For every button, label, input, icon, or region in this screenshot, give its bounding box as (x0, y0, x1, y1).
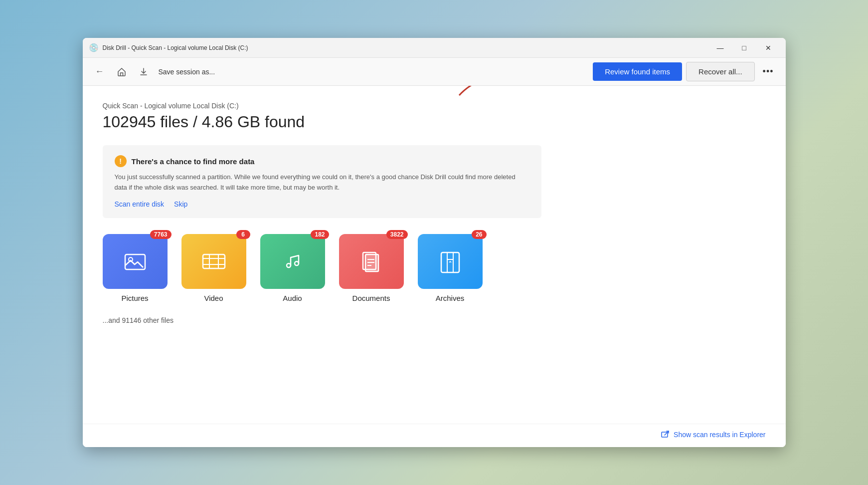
save-session-label: Save session as... (159, 68, 587, 76)
audio-icon-wrap: 182 (260, 234, 325, 289)
other-files-text: ...and 91146 other files (103, 316, 766, 324)
scan-title: 102945 files / 4.86 GB found (103, 113, 766, 131)
scan-entire-disk-link[interactable]: Scan entire disk (115, 200, 165, 208)
documents-badge: 3822 (386, 230, 408, 239)
pictures-icon (103, 234, 168, 289)
notice-box: ! There's a chance to find more data You… (103, 145, 541, 218)
pictures-icon-wrap: 7763 (103, 234, 168, 289)
show-explorer-label: Show scan results in Explorer (674, 431, 765, 439)
category-pictures[interactable]: 7763 Pictures (103, 234, 168, 302)
scan-subtitle: Quick Scan - Logical volume Local Disk (… (103, 102, 766, 110)
recover-all-button[interactable]: Recover all... (686, 62, 755, 81)
app-icon: 💿 (89, 43, 99, 53)
notice-links: Scan entire disk Skip (115, 200, 529, 208)
archives-badge: 26 (472, 230, 486, 239)
archives-label: Archives (436, 294, 465, 302)
documents-label: Documents (352, 294, 390, 302)
documents-icon-wrap: 3822 (339, 234, 404, 289)
archives-icon-wrap: 26 (418, 234, 483, 289)
category-documents[interactable]: 3822 Documents (339, 234, 404, 302)
show-explorer-link[interactable]: Show scan results in Explorer (661, 430, 765, 439)
svg-rect-3 (203, 254, 225, 268)
main-content: Quick Scan - Logical volume Local Disk (… (83, 86, 786, 424)
pictures-label: Pictures (121, 294, 148, 302)
video-icon (181, 234, 246, 289)
file-categories: 7763 Pictures 6 (103, 234, 766, 302)
maximize-button[interactable]: □ (733, 40, 756, 56)
category-audio[interactable]: 182 Audio (260, 234, 325, 302)
svg-point-9 (295, 261, 299, 265)
notice-header: ! There's a chance to find more data (115, 155, 529, 167)
skip-link[interactable]: Skip (174, 200, 187, 208)
warning-icon: ! (115, 155, 127, 167)
video-badge: 6 (236, 230, 250, 239)
category-video[interactable]: 6 Video (181, 234, 246, 302)
window-controls: — □ ✕ (709, 40, 780, 56)
window-title: Disk Drill - Quick Scan - Logical volume… (103, 44, 709, 51)
home-button[interactable] (113, 63, 131, 81)
svg-rect-15 (441, 252, 459, 272)
minimize-button[interactable]: — (709, 40, 732, 56)
notice-body: You just successfully scanned a partitio… (115, 172, 529, 193)
archives-icon (418, 234, 483, 289)
close-button[interactable]: ✕ (757, 40, 780, 56)
svg-point-8 (287, 263, 291, 267)
category-archives[interactable]: 26 Archives (418, 234, 483, 302)
explorer-icon (661, 430, 670, 439)
documents-icon (339, 234, 404, 289)
app-window: 💿 Disk Drill - Quick Scan - Logical volu… (83, 38, 786, 447)
notice-title: There's a chance to find more data (132, 157, 255, 166)
toolbar: ← Save session as... Review found items … (83, 58, 786, 86)
review-found-items-button[interactable]: Review found items (593, 62, 682, 81)
back-button[interactable]: ← (91, 63, 109, 81)
download-button[interactable] (135, 63, 153, 81)
video-label: Video (204, 294, 223, 302)
pictures-badge: 7763 (150, 230, 172, 239)
audio-badge: 182 (311, 230, 329, 239)
video-icon-wrap: 6 (181, 234, 246, 289)
audio-icon (260, 234, 325, 289)
toolbar-actions: Review found items Recover all... ••• (593, 62, 777, 81)
title-bar: 💿 Disk Drill - Quick Scan - Logical volu… (83, 38, 786, 58)
more-options-button[interactable]: ••• (759, 62, 778, 81)
nav-buttons: ← (91, 63, 153, 81)
audio-label: Audio (283, 294, 302, 302)
footer: Show scan results in Explorer (83, 424, 786, 447)
